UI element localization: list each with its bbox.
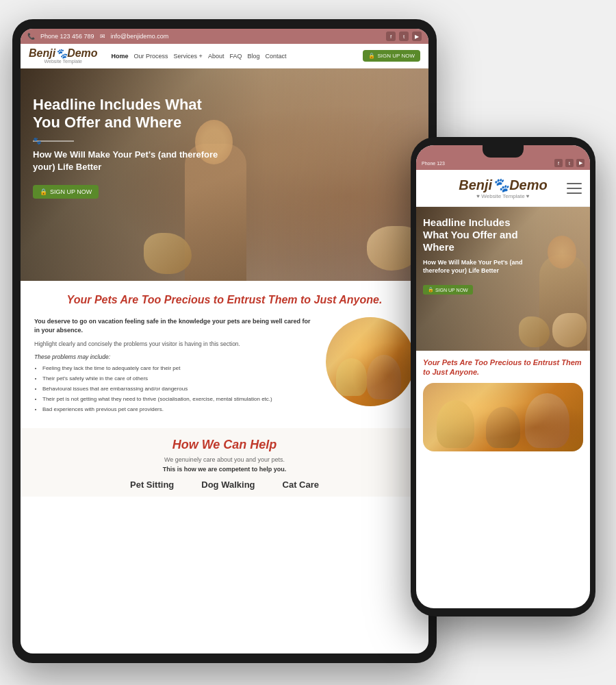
twitter-icon[interactable]: t	[399, 32, 409, 41]
logo-sub: Website Template	[44, 59, 82, 64]
email-icon: ✉	[100, 33, 105, 40]
phone-number: Phone 123 456 789	[40, 33, 94, 40]
youtube-icon[interactable]: ▶	[412, 32, 422, 41]
facebook-icon[interactable]: f	[386, 32, 396, 41]
phone-dog-shape-3	[486, 407, 520, 448]
problem-item: Their pet's safety while in the care of …	[42, 375, 316, 383]
text-column: You deserve to go on vacation feeling sa…	[34, 317, 316, 416]
hero-signup-button[interactable]: 🔒 SIGN UP NOW	[33, 185, 99, 199]
hero-subtitle: How We Will Make Your Pet's (and therefo…	[33, 149, 224, 173]
sub-text: Highlight clearly and concisely the prob…	[34, 340, 316, 349]
hero-title: Headline Includes What You Offer and Whe…	[33, 96, 224, 132]
phone-dog-1	[519, 316, 550, 347]
menu-line-1	[567, 183, 582, 184]
hero-divider: 🐾	[33, 140, 74, 142]
nav-blog[interactable]: Blog	[247, 53, 259, 60]
menu-line-2	[567, 188, 582, 189]
phone-logo-area: Benji🐾Demo ♥ Website Template ♥	[416, 170, 590, 207]
precious-pets-section: Your Pets Are Too Precious to Entrust Th…	[21, 281, 428, 428]
bold-intro: You deserve to go on vacation feeling sa…	[34, 317, 316, 336]
phone-hero-content: Headline Includes What You Offer and Whe…	[423, 216, 532, 295]
top-bar: 📞 Phone 123 456 789 ✉ info@benjidemo.com…	[21, 29, 428, 44]
nav-faq[interactable]: FAQ	[229, 53, 242, 60]
phone-social-icons: f t ▶	[554, 159, 585, 167]
social-icons: f t ▶	[386, 32, 422, 41]
phone-logo[interactable]: Benji🐾Demo	[424, 177, 582, 193]
email-address: info@benjidemo.com	[111, 33, 169, 40]
two-column-layout: You deserve to go on vacation feeling sa…	[34, 317, 415, 416]
menu-line-3	[567, 192, 582, 194]
problem-item: Behavioural issues that are embarrassing…	[42, 385, 316, 393]
phone-device: Phone 123 f t ▶ Benji🐾Demo ♥ Website Tem…	[411, 137, 595, 616]
problems-label: These problems may include:	[34, 353, 316, 362]
phone-twitter-icon[interactable]: t	[565, 159, 574, 167]
phone-lock-icon: 🔒	[428, 287, 434, 292]
precious-pets-title: Your Pets Are Too Precious to Entrust Th…	[34, 293, 415, 308]
phone-logo-sub: ♥ Website Template ♥	[424, 193, 582, 199]
how-we-help-section: How We Can Help We genuinely care about …	[21, 428, 428, 497]
nav-home[interactable]: Home	[112, 53, 129, 60]
dogs-running-image	[326, 317, 415, 406]
nav-signup-button[interactable]: 🔒 SIGN UP NOW	[363, 50, 420, 62]
phone-youtube-icon[interactable]: ▶	[576, 159, 585, 167]
problem-item: Feeling they lack the time to adequately…	[42, 364, 316, 373]
navigation: Benji🐾Demo Website Template Home Our Pro…	[21, 44, 428, 68]
phone-dogs-image	[423, 383, 583, 451]
phone-facebook-icon[interactable]: f	[554, 159, 563, 167]
phone-icon: 📞	[27, 33, 35, 40]
phone-content-section: Your Pets Are Too Precious to Entrust Th…	[416, 351, 590, 458]
nav-contact[interactable]: Contact	[265, 53, 286, 60]
nav-about[interactable]: About	[208, 53, 224, 60]
phone-section-title: Your Pets Are Too Precious to Entrust Th…	[423, 358, 583, 377]
nav-process[interactable]: Our Process	[134, 53, 168, 60]
help-subtitle: We genuinely care about you and your pet…	[34, 456, 415, 463]
problem-item: Their pet is not getting what they need …	[42, 395, 316, 403]
phone-dog-shape-1	[437, 400, 474, 448]
problems-list: Feeling they lack the time to adequately…	[34, 364, 316, 414]
tablet-device: 📞 Phone 123 456 789 ✉ info@benjidemo.com…	[12, 19, 437, 663]
phone-hero-title: Headline Includes What You Offer and Whe…	[423, 216, 532, 253]
nav-links: Home Our Process Services + About FAQ Bl…	[112, 53, 355, 60]
phone-screen: Phone 123 f t ▶ Benji🐾Demo ♥ Website Tem…	[416, 145, 590, 608]
hamburger-menu-icon[interactable]	[567, 183, 582, 194]
phone-notch	[483, 145, 524, 158]
hero-section: Headline Includes What You Offer and Whe…	[21, 68, 428, 281]
service-cat-care: Cat Care	[283, 480, 319, 490]
phone-person-head	[548, 236, 576, 269]
services-row: Pet Sitting Dog Walking Cat Care	[34, 480, 415, 490]
top-bar-left: 📞 Phone 123 456 789 ✉ info@benjidemo.com	[27, 33, 168, 40]
problem-item: Bad experiences with previous pet care p…	[42, 406, 316, 414]
help-title: How We Can Help	[34, 438, 415, 452]
nav-services[interactable]: Services +	[174, 53, 203, 60]
phone-signup-button[interactable]: 🔒 SIGN UP NOW	[423, 285, 473, 295]
hero-content: Headline Includes What You Offer and Whe…	[33, 96, 224, 199]
phone-hero-section: Headline Includes What You Offer and Whe…	[416, 207, 590, 351]
logo[interactable]: Benji🐾Demo Website Template	[29, 48, 98, 64]
lock-icon-hero: 🔒	[40, 188, 47, 195]
phone-topbar-number: Phone 123	[422, 161, 445, 166]
phone-dog-shape-2	[525, 393, 569, 448]
tablet-screen: 📞 Phone 123 456 789 ✉ info@benjidemo.com…	[21, 29, 428, 653]
service-dog-walking: Dog Walking	[201, 480, 255, 490]
logo-text: Benji🐾Demo	[29, 48, 98, 59]
lock-icon: 🔒	[368, 53, 375, 59]
phone-hero-subtitle: How We Will Make Your Pet's (and therefo…	[423, 259, 532, 275]
help-bold: This is how we are competent to help you…	[34, 466, 415, 473]
service-pet-sitting: Pet Sitting	[130, 480, 174, 490]
